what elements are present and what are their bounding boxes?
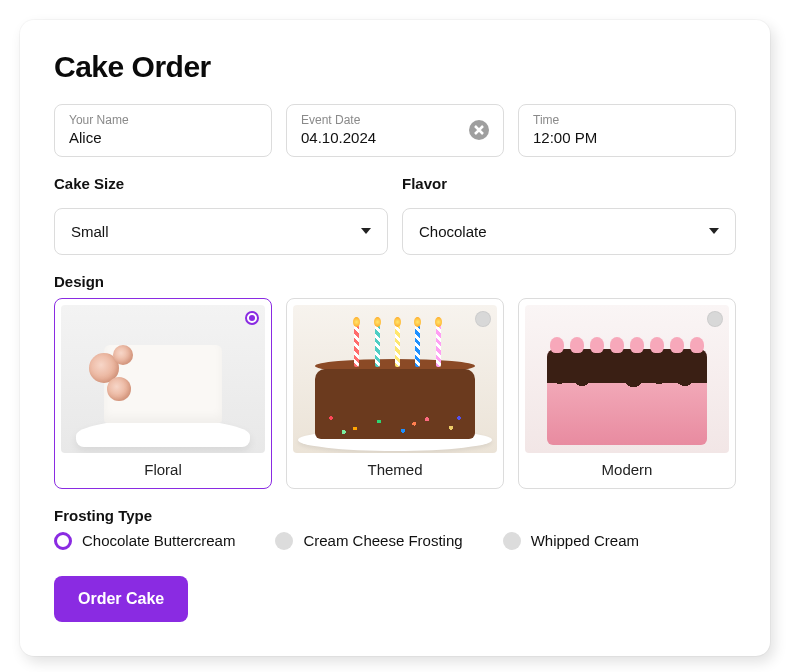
clear-date-button[interactable] bbox=[469, 120, 489, 140]
chevron-down-icon bbox=[709, 228, 719, 234]
frosting-option-cream-cheese[interactable]: Cream Cheese Frosting bbox=[275, 532, 462, 550]
selects-row: Small Chocolate bbox=[54, 208, 736, 255]
name-label: Your Name bbox=[69, 113, 257, 127]
flavor-section-label: Flavor bbox=[402, 175, 736, 192]
design-radio-unselected-icon bbox=[707, 311, 723, 327]
design-image-floral bbox=[61, 305, 265, 453]
design-radio-selected-icon bbox=[245, 311, 259, 325]
fields-row: Your Name Event Date Time bbox=[54, 104, 736, 157]
time-input[interactable] bbox=[533, 128, 721, 148]
design-section-label: Design bbox=[54, 273, 736, 290]
date-label: Event Date bbox=[301, 113, 461, 127]
time-label: Time bbox=[533, 113, 721, 127]
design-option-modern[interactable]: Modern bbox=[518, 298, 736, 489]
flavor-select[interactable]: Chocolate bbox=[402, 208, 736, 255]
design-image-themed bbox=[293, 305, 497, 453]
chevron-down-icon bbox=[361, 228, 371, 234]
size-section-label: Cake Size bbox=[54, 175, 388, 192]
order-form-card: Cake Order Your Name Event Date Time bbox=[20, 20, 770, 656]
frosting-option-label: Chocolate Buttercream bbox=[82, 532, 235, 549]
design-radio-unselected-icon bbox=[475, 311, 491, 327]
flavor-selected-value: Chocolate bbox=[419, 223, 487, 240]
frosting-options-row: Chocolate Buttercream Cream Cheese Frost… bbox=[54, 532, 736, 550]
design-option-floral[interactable]: Floral bbox=[54, 298, 272, 489]
frosting-option-label: Cream Cheese Frosting bbox=[303, 532, 462, 549]
page-title: Cake Order bbox=[54, 50, 736, 84]
radio-unselected-icon bbox=[503, 532, 521, 550]
design-image-modern bbox=[525, 305, 729, 453]
date-field[interactable]: Event Date bbox=[286, 104, 504, 157]
frosting-option-chocolate-buttercream[interactable]: Chocolate Buttercream bbox=[54, 532, 235, 550]
name-input[interactable] bbox=[69, 128, 257, 148]
name-field[interactable]: Your Name bbox=[54, 104, 272, 157]
radio-unselected-icon bbox=[275, 532, 293, 550]
design-option-label: Modern bbox=[602, 453, 653, 482]
close-icon bbox=[474, 125, 484, 135]
time-field[interactable]: Time bbox=[518, 104, 736, 157]
design-option-themed[interactable]: Themed bbox=[286, 298, 504, 489]
radio-selected-icon bbox=[54, 532, 72, 550]
frosting-section-label: Frosting Type bbox=[54, 507, 736, 524]
select-labels-row: Cake Size Flavor bbox=[54, 175, 736, 200]
design-options-row: Floral Themed bbox=[54, 298, 736, 489]
size-selected-value: Small bbox=[71, 223, 109, 240]
date-input[interactable] bbox=[301, 128, 461, 148]
frosting-option-whipped-cream[interactable]: Whipped Cream bbox=[503, 532, 639, 550]
submit-order-button[interactable]: Order Cake bbox=[54, 576, 188, 622]
design-option-label: Themed bbox=[367, 453, 422, 482]
frosting-option-label: Whipped Cream bbox=[531, 532, 639, 549]
size-select[interactable]: Small bbox=[54, 208, 388, 255]
design-option-label: Floral bbox=[144, 453, 182, 482]
